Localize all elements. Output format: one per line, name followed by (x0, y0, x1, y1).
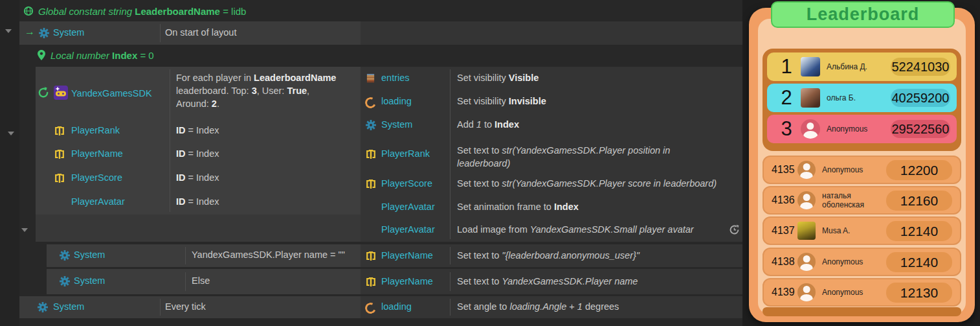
condition-text[interactable]: ID = Index (176, 196, 219, 207)
system-gear-icon (38, 302, 48, 312)
rank-number: 4137 (772, 225, 797, 237)
subevent-else-actions[interactable]: PlayerName Set text to YandexGamesSDK.Pl… (361, 269, 742, 294)
anonymous-avatar (797, 191, 816, 209)
object-name[interactable]: PlayerName (381, 276, 433, 286)
rank-number: 4135 (772, 164, 797, 176)
leaderboard-row-3: 3 Anonymous 29522560 (767, 115, 957, 143)
condition-text[interactable]: YandexGamesSDK.Player name = "" (192, 250, 345, 260)
player-avatar (797, 222, 816, 240)
collapse-arrow-icon[interactable] (8, 132, 14, 135)
player-name: Anonymous (827, 124, 867, 134)
foreach-loop-icon (37, 86, 50, 99)
object-name[interactable]: System (74, 250, 105, 260)
action-text[interactable]: Set text to str(YandexGamesSDK.Player po… (457, 144, 690, 170)
object-name[interactable]: System (74, 275, 105, 286)
player-name: Anonymous (822, 257, 863, 266)
local-variable-row[interactable]: Local number Index = 0 (37, 48, 154, 62)
object-name[interactable]: entries (381, 73, 410, 83)
object-name[interactable]: PlayerAvatar (71, 196, 125, 207)
action-text[interactable]: Set text to YandexGamesSDK.Player name (457, 276, 638, 286)
condition-text[interactable]: ID = Index (176, 148, 219, 159)
collapse-arrow-icon[interactable] (5, 29, 12, 33)
event-everytick-condition[interactable]: System Every tick (19, 296, 361, 318)
condition-text[interactable]: On start of layout (165, 27, 236, 38)
text-object-icon (366, 251, 376, 261)
condition-text[interactable]: Else (192, 275, 210, 286)
trigger-arrow-icon: → (25, 26, 35, 38)
event-onstart-condition-block[interactable]: → System On start of layout (19, 21, 361, 45)
subevent-name-empty-actions[interactable]: PlayerName Set text to "{leaderboard.ano… (361, 244, 742, 267)
rank-number: 4136 (772, 194, 797, 206)
player-name: Musa A. (822, 226, 850, 235)
rank-number: 4139 (772, 286, 797, 298)
object-name[interactable]: loading (381, 301, 412, 312)
leaderboard-title-badge: Leaderboard (771, 1, 955, 28)
score-badge: 29522560 (891, 120, 950, 138)
action-text[interactable]: Set animation frame to Index (457, 202, 579, 212)
leaderboard-row-4136: 4136 наталья оболенская 12160 (763, 186, 961, 215)
score-badge: 52241030 (891, 58, 950, 76)
action-text[interactable]: Set visibility Visible (457, 73, 539, 83)
object-name[interactable]: PlayerScore (381, 178, 432, 189)
rank-number: 2 (776, 86, 797, 110)
event-everytick-actions[interactable]: loading Set angle to loading.Angle + 1 d… (361, 296, 742, 318)
leaderboard-title: Leaderboard (807, 5, 920, 25)
condition-text[interactable]: ID = Index (176, 125, 219, 135)
object-name[interactable]: PlayerScore (71, 172, 122, 183)
object-name[interactable]: System (53, 301, 84, 312)
player-name: ольга Б. (827, 93, 856, 102)
player-avatar (801, 88, 820, 108)
object-name[interactable]: PlayerAvatar (381, 224, 435, 235)
screenshot-canvas: Global constant string LeaderboardName =… (0, 0, 980, 326)
player-name: Альбина Д. (827, 62, 867, 71)
leaderboard-top3-container: 1 Альбина Д. 52241030 2 ольга Б. 4025920… (763, 49, 961, 151)
object-name[interactable]: PlayerName (71, 148, 123, 159)
action-text[interactable]: Set text to "{leaderboard.anonymous_user… (457, 250, 640, 261)
loading-icon (364, 301, 378, 316)
foreach-condition-text[interactable]: For each player in LeaderboardName leade… (176, 71, 357, 110)
score-badge: 12140 (886, 221, 952, 241)
object-name[interactable]: loading (381, 96, 412, 106)
object-name[interactable]: System (53, 27, 84, 38)
rank-number: 3 (776, 117, 797, 141)
text-object-icon (54, 126, 65, 136)
action-text[interactable]: Set visibility Invisible (457, 96, 546, 106)
object-name[interactable]: PlayerRank (71, 125, 120, 135)
system-gear-icon (60, 250, 70, 261)
action-text[interactable]: Set angle to loading.Angle + 1 degrees (457, 301, 619, 312)
subevent-name-empty-condition[interactable]: System YandexGamesSDK.Player name = "" (47, 244, 361, 267)
score-badge: 12200 (886, 160, 952, 180)
leaderboard-panel: Leaderboard 1 Альбина Д. 52241030 2 ольг… (749, 8, 975, 322)
system-gear-icon (60, 276, 70, 286)
action-text[interactable]: Set text to str(YandexGamesSDK.Player sc… (457, 178, 717, 189)
subevent-else-condition[interactable]: System Else (47, 269, 361, 294)
object-name[interactable]: YandexGamesSDK (71, 88, 152, 99)
leaderboard-row-2: 2 ольга Б. 40259200 (767, 84, 957, 112)
rank-number: 1 (776, 55, 797, 78)
player-avatar (801, 57, 820, 76)
action-text[interactable]: Add 1 to Index (457, 119, 519, 130)
leaderboard-row-1: 1 Альбина Д. 52241030 (767, 52, 957, 81)
player-name: наталья оболенская (822, 191, 886, 209)
foreach-block-footer (36, 215, 361, 242)
object-name[interactable]: System (381, 119, 412, 130)
event-onstart-action-area[interactable] (361, 21, 742, 45)
leaderboard-row-4139: 4139 Anonymous 12130 (763, 278, 961, 307)
score-badge: 40259200 (891, 89, 950, 107)
score-badge: 12160 (886, 191, 952, 211)
object-name[interactable]: PlayerAvatar (381, 202, 435, 212)
global-variable-row[interactable]: Global constant string LeaderboardName =… (23, 4, 246, 18)
object-name[interactable]: PlayerName (381, 250, 433, 261)
leaderboard-row-4138: 4138 Anonymous 12140 (763, 248, 961, 276)
condition-text[interactable]: Every tick (165, 301, 206, 312)
condition-text[interactable]: ID = Index (176, 172, 219, 183)
globe-icon (23, 6, 34, 16)
yandexgamessdk-icon (54, 86, 68, 100)
text-object-icon (54, 149, 65, 159)
object-name[interactable]: PlayerRank (381, 148, 430, 159)
async-load-icon (729, 224, 740, 235)
action-text[interactable]: Load image from YandexGamesSDK.Small pla… (457, 224, 694, 235)
collapse-arrow-icon[interactable] (21, 228, 28, 232)
global-variable-text: Global constant string LeaderboardName =… (38, 6, 246, 17)
anonymous-avatar (797, 253, 816, 271)
